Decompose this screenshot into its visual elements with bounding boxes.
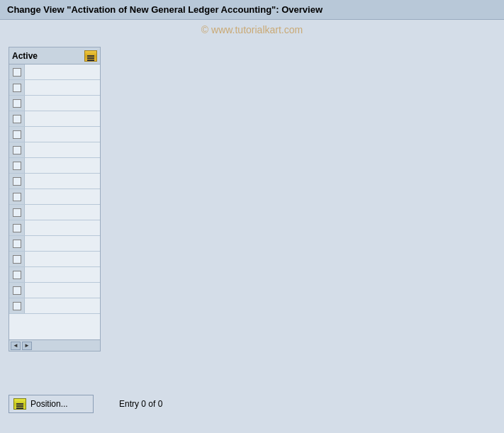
table-row bbox=[9, 267, 100, 283]
row-cell bbox=[25, 189, 100, 204]
table-row bbox=[9, 158, 100, 174]
row-checkbox[interactable] bbox=[9, 158, 25, 173]
row-cell bbox=[25, 267, 100, 282]
row-checkbox[interactable] bbox=[9, 127, 25, 142]
row-checkbox[interactable] bbox=[9, 96, 25, 111]
row-cell bbox=[25, 252, 100, 266]
row-cell bbox=[25, 283, 100, 298]
scroll-right-button[interactable]: ► bbox=[22, 342, 32, 350]
row-cell bbox=[25, 80, 100, 95]
checkbox[interactable] bbox=[13, 208, 21, 217]
row-cell bbox=[25, 64, 100, 79]
row-checkbox[interactable] bbox=[9, 189, 25, 204]
table-container: Active ▲ ▼ bbox=[9, 47, 101, 352]
checkbox[interactable] bbox=[13, 130, 21, 139]
table-row bbox=[9, 96, 100, 111]
position-button[interactable]: Position... bbox=[9, 395, 94, 413]
row-cell bbox=[25, 111, 100, 126]
column-settings-icon[interactable] bbox=[84, 50, 97, 62]
table-row bbox=[9, 142, 100, 158]
row-checkbox[interactable] bbox=[9, 205, 25, 220]
scroll-left-button[interactable]: ◄ bbox=[11, 342, 21, 350]
row-cell bbox=[25, 205, 100, 220]
row-cell bbox=[25, 236, 100, 251]
table-row bbox=[9, 64, 100, 80]
row-checkbox[interactable] bbox=[9, 174, 25, 189]
row-cell bbox=[25, 127, 100, 142]
table-rows-area bbox=[9, 64, 100, 339]
checkbox[interactable] bbox=[13, 177, 21, 186]
table-row bbox=[9, 127, 100, 142]
row-checkbox[interactable] bbox=[9, 64, 25, 79]
column-header-active: Active bbox=[12, 51, 38, 61]
table-row bbox=[9, 236, 100, 252]
main-content: Active ▲ ▼ bbox=[0, 40, 504, 409]
position-button-label: Position... bbox=[30, 399, 68, 409]
checkbox[interactable] bbox=[13, 302, 21, 310]
row-checkbox[interactable] bbox=[9, 283, 25, 298]
row-checkbox[interactable] bbox=[9, 111, 25, 126]
bottom-bar: Position... Entry 0 of 0 bbox=[0, 389, 504, 419]
row-checkbox[interactable] bbox=[9, 236, 25, 251]
checkbox[interactable] bbox=[13, 115, 21, 123]
checkbox[interactable] bbox=[13, 255, 21, 264]
row-checkbox[interactable] bbox=[9, 252, 25, 266]
row-cell bbox=[25, 220, 100, 235]
checkbox[interactable] bbox=[13, 146, 21, 154]
checkbox[interactable] bbox=[13, 271, 21, 279]
entry-info: Entry 0 of 0 bbox=[119, 399, 162, 409]
table-header: Active bbox=[9, 47, 100, 64]
row-checkbox[interactable] bbox=[9, 220, 25, 235]
position-icon bbox=[13, 398, 26, 410]
table-row bbox=[9, 174, 100, 189]
row-checkbox[interactable] bbox=[9, 267, 25, 282]
checkbox[interactable] bbox=[13, 84, 21, 92]
row-cell bbox=[25, 298, 100, 313]
row-checkbox[interactable] bbox=[9, 80, 25, 95]
row-checkbox[interactable] bbox=[9, 142, 25, 157]
checkbox[interactable] bbox=[13, 193, 21, 201]
checkbox[interactable] bbox=[13, 68, 21, 77]
horizontal-scroll-bar: ◄ ► bbox=[9, 339, 100, 351]
title-bar: Change View "Activation of New General L… bbox=[0, 0, 504, 20]
row-cell bbox=[25, 96, 100, 111]
row-cell bbox=[25, 158, 100, 173]
table-row bbox=[9, 298, 100, 314]
table-row bbox=[9, 111, 100, 127]
checkbox[interactable] bbox=[13, 224, 21, 232]
row-cell bbox=[25, 142, 100, 157]
checkbox[interactable] bbox=[13, 162, 21, 170]
table-row bbox=[9, 205, 100, 220]
table-row bbox=[9, 252, 100, 267]
row-cell bbox=[25, 174, 100, 189]
checkbox[interactable] bbox=[13, 286, 21, 295]
table-row bbox=[9, 220, 100, 236]
watermark: © www.tutorialkart.com bbox=[0, 20, 504, 40]
checkbox[interactable] bbox=[13, 240, 21, 248]
table-row bbox=[9, 189, 100, 205]
title-text: Change View "Activation of New General L… bbox=[7, 4, 323, 15]
checkbox[interactable] bbox=[13, 99, 21, 108]
table-row bbox=[9, 80, 100, 96]
table-row bbox=[9, 283, 100, 298]
row-checkbox[interactable] bbox=[9, 298, 25, 313]
